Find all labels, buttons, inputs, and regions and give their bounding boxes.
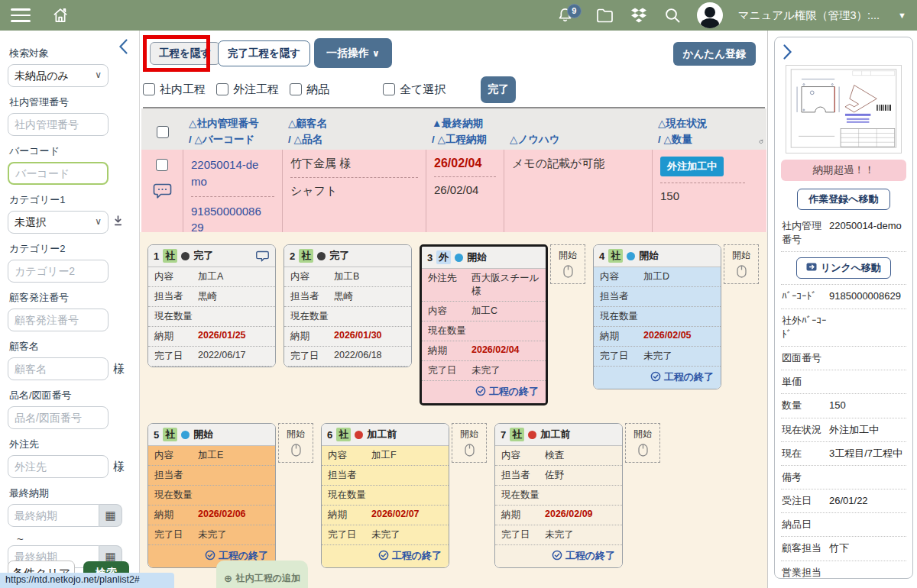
search-icon[interactable] (663, 6, 682, 24)
input-suffix-label: 様 (113, 362, 125, 376)
filter-input[interactable] (8, 455, 109, 478)
complete-button[interactable]: 完了 (481, 76, 516, 103)
column-header-customer[interactable]: △顧客名/ △品名 (282, 108, 426, 154)
internal-tag: 社 (163, 249, 177, 263)
comment-bubble-icon[interactable] (152, 182, 173, 202)
field-row: ▦ (8, 504, 131, 527)
drawing-thumbnail[interactable] (786, 65, 902, 153)
filter-input[interactable] (8, 309, 109, 331)
management-number-link[interactable]: 22050014-demo (191, 157, 264, 190)
process-card-1[interactable]: 1社完了内容加工A担当者黒崎現在数量納期2026/01/25完了日2022/06… (147, 244, 276, 367)
process-card-7[interactable]: 7社加工前内容検査担当者佐野現在数量納期2026/02/09完了日未完了工程の終… (494, 423, 623, 568)
status-dot (455, 254, 463, 262)
start-process-button[interactable]: 開始 (452, 423, 487, 463)
field-row: 未納品のみ∨ (8, 64, 131, 87)
date-input[interactable] (8, 504, 99, 527)
process-card-header: 1社完了 (148, 245, 275, 267)
end-process-link[interactable]: 工程の終了 (422, 381, 546, 403)
go-to-link-button[interactable]: リンクへ移動 (796, 257, 891, 279)
card-field-label: 現在数量 (290, 310, 334, 323)
card-field-row: 現在数量 (422, 321, 546, 341)
plan-list-main: 工程を隠す 完了工程を隠す 一括操作 ∨ かんたん登録 社内工程 外注工程 納品… (140, 31, 768, 588)
column-header-status[interactable]: △現在状況/ △数量 (652, 108, 753, 154)
start-label: 開始 (460, 428, 478, 441)
easy-register-button[interactable]: かんたん登録 (673, 42, 756, 66)
start-process-button[interactable]: 開始 (278, 423, 313, 463)
bulk-action-button[interactable]: 一括操作 ∨ (314, 38, 392, 68)
filter-input[interactable] (8, 260, 109, 283)
field-label: 品名/図面番号 (9, 389, 131, 402)
card-field-row: 内容加工D (594, 267, 721, 287)
process-card-3[interactable]: 3外開始外注先西大阪スチール様内容加工C現在数量納期2026/02/04完了日未… (420, 244, 548, 405)
check-circle-icon (475, 386, 486, 399)
process-status-label: 完了 (329, 249, 349, 263)
folder-icon[interactable] (595, 7, 614, 24)
card-field-value: 2026/02/07 (371, 509, 442, 522)
detail-row: 数量150 (781, 394, 906, 418)
end-process-link[interactable]: 工程の終了 (594, 367, 721, 389)
column-header-knowhow[interactable]: △ノウハウ (504, 108, 652, 154)
card-field-value: 検査 (545, 449, 616, 462)
expand-panel-icon[interactable] (783, 44, 906, 63)
column-header-due[interactable]: ▲最終納期/ △工程納期 (426, 108, 504, 154)
collapse-sidebar-icon[interactable] (118, 38, 128, 58)
checkbox-select-all[interactable]: 全て選択 (383, 82, 446, 97)
header-checkbox[interactable] (157, 126, 169, 138)
filter-input[interactable] (8, 162, 109, 185)
browser-status-url: https://ntd.netkojo.net/planlist2# (0, 573, 174, 588)
process-card-4[interactable]: 4社開始内容加工D担当者現在数量納期2026/02/05完了日未完了工程の終了 (593, 244, 721, 389)
checkbox-internal-process[interactable]: 社内工程 (143, 82, 206, 97)
hide-completed-process-button[interactable]: 完了工程を隠す (218, 40, 310, 66)
process-card-header: 4社開始 (594, 245, 721, 267)
status-dot (181, 431, 190, 439)
refresh-icon[interactable] (753, 108, 768, 154)
calendar-icon[interactable]: ▦ (99, 504, 122, 527)
card-field-label: 内容 (290, 270, 334, 283)
card-field-label: 担当者 (501, 469, 545, 482)
dropbox-icon[interactable] (630, 7, 648, 24)
range-separator: ~ (17, 532, 131, 545)
checkbox-delivery[interactable]: 納品 (290, 82, 329, 97)
barcode-link[interactable]: 9185000008629 (191, 203, 264, 237)
process-card-body: 内容加工A担当者黒崎現在数量納期2026/01/25完了日2022/06/17 (148, 267, 275, 367)
expand-down-icon[interactable] (113, 215, 123, 229)
end-process-link[interactable]: 工程の終了 (495, 545, 622, 567)
detail-label: 数量 (782, 399, 829, 412)
filter-input[interactable] (8, 357, 109, 380)
process-card-5[interactable]: 5社開始内容加工E担当者現在数量納期2026/02/06完了日未完了工程の終了 (147, 423, 276, 568)
go-to-work-register-button[interactable]: 作業登録へ移動 (797, 189, 890, 210)
detail-row: 現在状況外注加工中 (781, 418, 906, 442)
caret-down-icon: ∨ (372, 48, 380, 59)
start-process-button[interactable]: 開始 (625, 423, 660, 463)
card-field-row: 納期2026/02/09 (495, 506, 622, 525)
checkbox-external-process[interactable]: 外注工程 (216, 82, 279, 97)
filter-select[interactable]: 未納品のみ (8, 64, 109, 87)
row-checkbox[interactable] (156, 159, 168, 171)
table-row[interactable]: 22050014-demo 9185000008629 竹下金属 様 シャフト … (141, 150, 766, 243)
card-field-value: 未完了 (371, 528, 442, 541)
start-process-button[interactable]: 開始 (724, 244, 759, 284)
detail-value: 3工程目/7工程中 (829, 447, 906, 460)
chevron-down-icon[interactable]: ▼ (898, 11, 906, 20)
filter-input[interactable] (8, 113, 109, 136)
hide-process-button[interactable]: 工程を隠す (150, 42, 220, 65)
card-field-label: 納期 (501, 509, 545, 522)
start-process-button[interactable]: 開始 (550, 244, 585, 284)
user-avatar[interactable] (697, 2, 723, 28)
process-card-2[interactable]: 2社完了内容加工B担当者黒崎現在数量納期2026/01/30完了日2022/06… (284, 244, 412, 367)
end-process-link[interactable]: 工程の終了 (322, 545, 449, 567)
column-header-id[interactable]: △社内管理番号/ △バーコード (183, 108, 282, 154)
process-card-6[interactable]: 6社加工前内容加工F担当者現在数量納期2026/02/07完了日未完了工程の終了 (321, 423, 449, 568)
table-header: △社内管理番号/ △バーコード △顧客名/ △品名 ▲最終納期/ △工程納期 △… (141, 108, 766, 150)
notifications-bell-icon[interactable]: 9 (556, 7, 574, 24)
comment-bubble-icon[interactable] (255, 250, 270, 263)
filter-select[interactable]: 未選択 (8, 211, 109, 234)
menu-icon[interactable] (11, 8, 31, 21)
detail-row: 営業担当 (781, 561, 906, 579)
add-internal-process-button[interactable]: ⊕ 社内工程の追加 (216, 561, 308, 588)
home-icon[interactable] (50, 5, 70, 25)
detail-label: 社内管理番号 (782, 219, 829, 247)
card-field-label: 完了日 (600, 350, 643, 363)
filter-input[interactable] (8, 406, 109, 429)
detail-value (829, 375, 906, 389)
